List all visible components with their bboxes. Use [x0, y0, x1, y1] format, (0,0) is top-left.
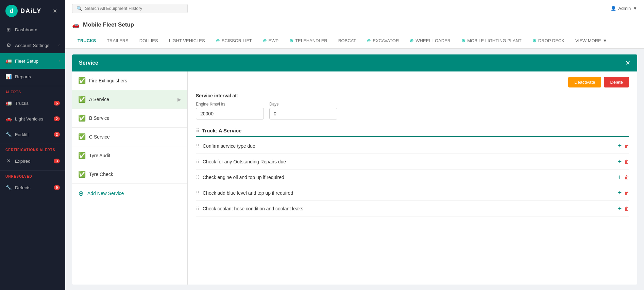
days-input[interactable] — [269, 108, 337, 119]
checklist-item-label: Confirm service type due — [203, 143, 614, 149]
detail-actions: Deactivate Delete — [196, 77, 629, 87]
tab-view-more[interactable]: VIEW MORE ▼ — [570, 33, 613, 49]
checklist-item-delete-button[interactable]: 🗑 — [624, 175, 629, 180]
sidebar-item-label: Expired — [15, 159, 31, 164]
tab-trucks[interactable]: TRUCKS — [72, 33, 101, 49]
tab-excavator[interactable]: ⊕ EXCAVATOR — [361, 33, 404, 49]
interval-fields: Engine Kms/Hrs Days — [196, 102, 629, 119]
tab-drop-deck[interactable]: ⊕ DROP DECK — [527, 33, 570, 49]
list-item-c-service[interactable]: ✅ C Service — [72, 128, 187, 146]
list-item-fire-ext[interactable]: ✅ Fire Extinguishers — [72, 71, 187, 90]
sidebar-item-account-settings[interactable]: ⚙ Account Settings ‹ — [0, 37, 65, 53]
service-interval-label: Service interval at: — [196, 93, 629, 98]
service-panel-close-button[interactable]: ✕ — [625, 59, 630, 67]
defects-icon: 🔧 — [5, 184, 12, 191]
user-icon: 👤 — [611, 6, 616, 11]
tab-wheel-loader[interactable]: ⊕ WHEEL LOADER — [404, 33, 456, 49]
sidebar-item-label: Dashboard — [15, 27, 37, 32]
list-item-a-service[interactable]: ✅ A Service ▶ — [72, 90, 187, 109]
deactivate-button[interactable]: Deactivate — [568, 77, 601, 87]
engine-kms-input[interactable] — [196, 108, 264, 119]
expired-badge: 3 — [54, 159, 60, 163]
checklist-item-2: ⠿ Check engine oil and top up if require… — [196, 170, 629, 185]
tab-bobcat[interactable]: BOBCAT — [333, 33, 362, 49]
sidebar-item-expired[interactable]: ✕ Expired 3 — [0, 153, 65, 169]
checklist-item-add-button[interactable]: + — [618, 142, 622, 149]
reports-icon: 📊 — [5, 74, 12, 80]
checklist-item-delete-button[interactable]: 🗑 — [624, 206, 629, 211]
service-panel: Service ✕ ✅ Fire Extinguishers ✅ A Servi… — [72, 54, 637, 285]
sidebar-item-trucks[interactable]: 🚛 Trucks 5 — [0, 95, 65, 111]
checklist-item-add-button[interactable]: + — [618, 174, 622, 181]
content-area: Service ✕ ✅ Fire Extinguishers ✅ A Servi… — [65, 49, 644, 290]
search-icon: 🔍 — [77, 6, 82, 11]
view-more-arrow: ▼ — [603, 38, 607, 43]
defects-badge: 9 — [54, 185, 60, 190]
sidebar-item-forklift[interactable]: 🔧 Forklift 2 — [0, 127, 65, 142]
alerts-section-label: ALERTS — [0, 87, 65, 95]
sidebar-item-label: Trucks — [15, 101, 29, 106]
sidebar-item-dashboard[interactable]: ⊞ Dashboard — [0, 22, 65, 37]
search-wrapper[interactable]: 🔍 — [72, 4, 188, 13]
light-vehicles-icon: 🚗 — [5, 116, 12, 122]
trucks-badge: 5 — [54, 101, 60, 106]
sidebar-item-fleet-setup[interactable]: 🚛 Fleet Setup ‹ — [0, 53, 65, 69]
list-item-b-service[interactable]: ✅ B Service — [72, 109, 187, 128]
logo-icon: d — [5, 5, 18, 17]
forklift-badge: 2 — [54, 132, 60, 137]
sidebar-close-button[interactable]: ✕ — [50, 6, 60, 16]
delete-button[interactable]: Delete — [604, 77, 629, 87]
list-item-label: C Service — [89, 134, 110, 140]
telehandler-add-icon: ⊕ — [289, 38, 293, 43]
checklist-title-label: Truck: A Service — [202, 128, 241, 133]
tab-mobile-lighting[interactable]: ⊕ MOBILE LIGHTING PLANT — [456, 33, 527, 49]
tab-ewp[interactable]: ⊕ EWP — [257, 33, 284, 49]
checklist-item-actions: + 🗑 — [618, 158, 629, 165]
sidebar: d DAiLY ✕ ⊞ Dashboard ⚙ Account Settings… — [0, 0, 65, 290]
page-header-icon: 🚗 — [72, 21, 80, 29]
list-item-tyre-check[interactable]: ✅ Tyre Check — [72, 165, 187, 184]
check-icon: ✅ — [78, 96, 86, 103]
checklist-item-1: ⠿ Check for any Outstanding Repairs due … — [196, 154, 629, 170]
sidebar-item-defects[interactable]: 🔧 Defects 9 — [0, 180, 65, 195]
checklist-item-4: ⠿ Check coolant hose condition and coola… — [196, 201, 629, 216]
sidebar-item-label: Fleet Setup — [15, 59, 38, 64]
account-settings-icon: ⚙ — [5, 42, 12, 48]
sidebar-item-light-vehicles[interactable]: 🚗 Light Vehicles 2 — [0, 111, 65, 127]
check-icon: ✅ — [78, 152, 86, 159]
checklist-item-delete-button[interactable]: 🗑 — [624, 143, 629, 149]
checklist-item-actions: + 🗑 — [618, 189, 629, 196]
checklist-item-add-button[interactable]: + — [618, 205, 622, 212]
checklist-item-delete-button[interactable]: 🗑 — [624, 190, 629, 196]
page-header: 🚗 Mobile Fleet Setup — [65, 17, 644, 33]
light-vehicles-badge: 2 — [54, 116, 60, 121]
list-item-label: Tyre Audit — [89, 153, 110, 158]
check-icon: ✅ — [78, 77, 86, 84]
tab-dollies[interactable]: DOLLIES — [134, 33, 164, 49]
checklist-item-add-button[interactable]: + — [618, 189, 622, 196]
chevron-icon: ‹ — [58, 43, 60, 48]
list-item-label: A Service — [89, 97, 109, 102]
sidebar-item-label: Forklift — [15, 132, 29, 137]
list-item-tyre-audit[interactable]: ✅ Tyre Audit — [72, 146, 187, 165]
list-item-label: Tyre Check — [89, 172, 113, 177]
ewp-add-icon: ⊕ — [263, 38, 267, 43]
tab-scissor-lift[interactable]: ⊕ SCISSOR LIFT — [210, 33, 257, 49]
sidebar-item-label: Defects — [15, 185, 31, 190]
tab-light-vehicles[interactable]: LIGHT VEHICLES — [164, 33, 210, 49]
add-service-button[interactable]: ⊕ Add New Service — [72, 184, 187, 203]
checklist-item-delete-button[interactable]: 🗑 — [624, 159, 629, 164]
mobile-lighting-add-icon: ⊕ — [461, 38, 465, 43]
tab-telehandler[interactable]: ⊕ TELEHANDLER — [284, 33, 333, 49]
tab-trailers[interactable]: TRAILERS — [101, 33, 134, 49]
page-title: Mobile Fleet Setup — [83, 21, 134, 28]
checklist-item-actions: + 🗑 — [618, 142, 629, 149]
trucks-icon: 🚛 — [5, 100, 12, 106]
days-field: Days — [269, 102, 337, 119]
checklist-item-0: ⠿ Confirm service type due + 🗑 — [196, 138, 629, 154]
user-dropdown-icon[interactable]: ▼ — [633, 6, 637, 11]
user-label: Admin — [618, 6, 631, 11]
sidebar-item-reports[interactable]: 📊 Reports — [0, 69, 65, 84]
checklist-item-add-button[interactable]: + — [618, 158, 622, 165]
search-input[interactable] — [85, 6, 183, 11]
